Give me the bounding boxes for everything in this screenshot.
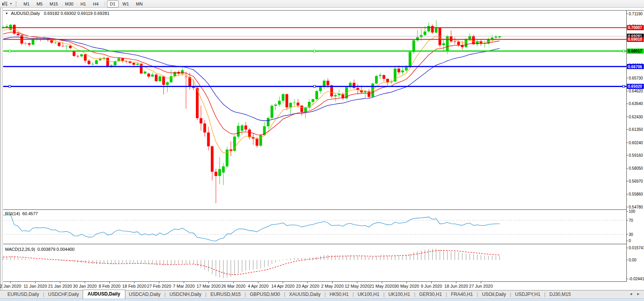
- candle: [144, 70, 147, 74]
- moving-average-15: [3, 32, 500, 135]
- timeframes-toolbar: ▾ M1M5M15M30H1H4D1W1MN: [0, 0, 644, 8]
- one-click-trading-collapse-icon[interactable]: ▼: [5, 12, 8, 15]
- time-axis-label: 18 Feb 2020: [122, 284, 147, 288]
- timeframe-button-h4[interactable]: H4: [90, 0, 101, 7]
- line-drag-handle[interactable]: [314, 85, 316, 87]
- chart-tab-xauusd-daily[interactable]: XAUUSD,Daily: [286, 290, 324, 299]
- time-axis-label: 9 Jun 2020: [421, 284, 442, 288]
- timeframe-button-h1[interactable]: H1: [77, 0, 89, 7]
- time-axis-label: 30 Jan 2020: [73, 284, 97, 288]
- price-axis-tick: 0.62430: [629, 115, 643, 119]
- candle: [390, 80, 393, 84]
- candle: [65, 45, 68, 51]
- timeframe-button-d1[interactable]: D1: [107, 0, 119, 7]
- line-drag-handle[interactable]: [9, 50, 11, 52]
- chart-ohlc-values: 0.69182 0.69302 0.69119 0.69281: [44, 11, 109, 16]
- candle: [323, 79, 326, 89]
- time-axis-label: 27 Jun 2020: [469, 284, 493, 288]
- candle: [409, 50, 411, 67]
- chart-tab-uk100-h1[interactable]: UK100,H1: [354, 290, 383, 299]
- candle: [215, 169, 217, 203]
- candle: [267, 117, 270, 129]
- rsi-name: RSI(14): [5, 211, 20, 216]
- candle: [383, 75, 385, 82]
- candle: [401, 67, 404, 75]
- candle: [200, 106, 203, 131]
- timeframe-button-m30[interactable]: M30: [62, 0, 76, 7]
- svg-text:-0.024412: -0.024412: [629, 277, 644, 281]
- price-axis-tick: 0.60240: [629, 141, 643, 145]
- candle: [95, 60, 98, 65]
- chart-tab-eurusd-daily[interactable]: EURUSD,Daily: [4, 290, 43, 299]
- chart-canvas[interactable]: 0.711900.701100.690300.679200.668100.657…: [0, 0, 644, 290]
- candle: [450, 31, 452, 43]
- toolbar-grip-handle[interactable]: [16, 1, 17, 6]
- candle: [244, 122, 247, 131]
- candle: [159, 75, 161, 82]
- chart-tab-hk50-h1[interactable]: HK50,H1: [326, 290, 352, 299]
- candle: [58, 42, 60, 47]
- line-drag-handle[interactable]: [623, 85, 625, 87]
- price-axis-tick: 0.54780: [629, 205, 643, 209]
- candle: [196, 86, 199, 120]
- candle: [28, 42, 31, 47]
- candle: [226, 147, 228, 168]
- candle: [76, 54, 79, 58]
- candle: [375, 75, 378, 84]
- tab-scroll-right-icon[interactable]: ►: [637, 292, 640, 296]
- line-drag-handle[interactable]: [9, 85, 11, 87]
- candle: [162, 75, 165, 94]
- chart-periods-icon[interactable]: [1, 1, 8, 7]
- chart-tab-gbpusd-m30[interactable]: GBPUSD,M30: [246, 290, 284, 299]
- macd-indicator-label: MACD(12,26,9)0.003879 0.004400: [5, 247, 74, 252]
- chart-tab-usdchf-daily[interactable]: USDCHF,Daily: [45, 290, 83, 299]
- candle: [151, 72, 154, 77]
- candle: [185, 72, 187, 109]
- timeframe-button-m1[interactable]: M1: [20, 0, 33, 7]
- candle: [431, 24, 434, 34]
- svg-text:30: 30: [629, 232, 633, 237]
- chart-tab-usdcnh-daily[interactable]: USDCNH,Daily: [166, 290, 205, 299]
- chart-tab-audusd-daily[interactable]: AUDUSD,Daily: [83, 290, 125, 299]
- timeframe-button-m15[interactable]: M15: [47, 0, 61, 7]
- candle: [435, 20, 438, 34]
- chart-tab-usdcad-daily[interactable]: USDCAD,Daily: [125, 290, 164, 299]
- rsi-pane: 10070300: [3, 209, 635, 243]
- candle: [248, 128, 251, 140]
- candle: [479, 40, 482, 46]
- chart-periods-icon-glyph: [2, 1, 8, 6]
- timeframe-button-mn[interactable]: MN: [133, 0, 146, 7]
- candle: [416, 30, 419, 42]
- candle: [353, 80, 355, 89]
- candle: [118, 58, 120, 62]
- time-axis: 2 Jan 202011 Jan 202021 Jan 202030 Jan 2…: [0, 282, 493, 289]
- timeframe-button-w1[interactable]: W1: [119, 0, 132, 7]
- chart-tab-uk100-h1[interactable]: UK100,H1: [385, 290, 414, 299]
- chart-tab-eurusd-m15[interactable]: EURUSD,M15: [207, 290, 244, 299]
- svg-text:100: 100: [629, 209, 635, 214]
- candle: [230, 141, 232, 156]
- macd-values: 0.003879 0.004400: [37, 247, 74, 252]
- chart-title: ▼ AUDUSD,Daily 0.69182 0.69302 0.69119 0…: [5, 11, 109, 16]
- toolbar-dropdown-caret-icon[interactable]: ▾: [9, 1, 13, 7]
- tab-scroll-left-icon[interactable]: ◄: [629, 292, 633, 296]
- line-drag-handle[interactable]: [623, 50, 625, 52]
- chart-tab-usoil-daily[interactable]: USOil,Daily: [478, 290, 509, 299]
- line-drag-handle[interactable]: [314, 50, 316, 52]
- chart-tab-dj30-m15[interactable]: DJ30,M15: [546, 290, 574, 299]
- candle: [129, 60, 132, 63]
- time-axis-label: 7 Mar 2020: [173, 284, 195, 288]
- time-axis-label: 27 Feb 2020: [147, 284, 171, 288]
- candle: [155, 74, 157, 82]
- chart-tab-usdjpy-h1[interactable]: USDJPY,H1: [512, 290, 544, 299]
- chart-tab-fra40-h1[interactable]: FRA40,H1: [447, 290, 476, 299]
- candle: [218, 157, 221, 184]
- time-axis-label: 8 Feb 2020: [99, 284, 121, 288]
- candles: [2, 20, 501, 203]
- timeframe-button-m5[interactable]: M5: [33, 0, 45, 7]
- chart-tab-ger30-h1[interactable]: GER30,H1: [416, 290, 445, 299]
- moving-average-7: [3, 28, 500, 153]
- time-axis-label: 26 Mar 2020: [221, 284, 246, 288]
- candle: [241, 124, 243, 135]
- time-axis-label: 23 Apr 2020: [296, 284, 319, 288]
